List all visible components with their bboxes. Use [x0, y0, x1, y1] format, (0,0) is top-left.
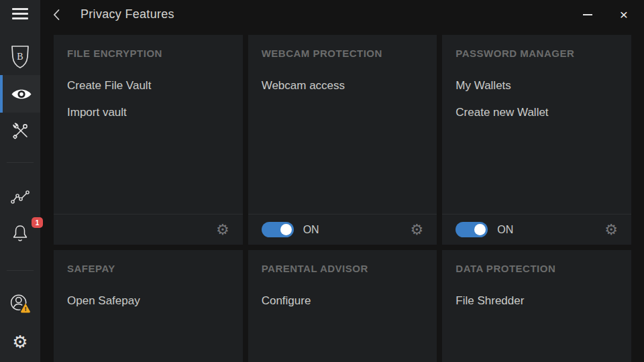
- link-file-shredder[interactable]: File Shredder: [455, 288, 618, 314]
- card-title: DATA PROTECTION: [455, 263, 618, 274]
- toggle-state-label: ON: [303, 224, 319, 236]
- title-bar: Privacy Features ×: [40, 0, 644, 31]
- card-safepay: SAFEPAY Open Safepay: [54, 250, 243, 362]
- link-open-safepay[interactable]: Open Safepay: [67, 288, 229, 314]
- sidebar: B: [0, 0, 40, 362]
- minimize-button[interactable]: [573, 0, 602, 29]
- sidebar-item-account[interactable]: !: [0, 284, 40, 322]
- minimize-icon: [583, 14, 592, 15]
- hamburger-icon: [12, 8, 28, 10]
- back-button[interactable]: [52, 9, 63, 22]
- activity-chart-icon: [11, 190, 30, 204]
- card-footer: ON ⚙: [442, 214, 631, 245]
- bell-icon: [11, 223, 30, 243]
- link-my-wallets[interactable]: My Wallets: [455, 72, 618, 99]
- gear-icon[interactable]: ⚙: [216, 223, 229, 237]
- sidebar-divider: [7, 162, 34, 163]
- sidebar-item-tools[interactable]: [0, 111, 40, 149]
- gear-icon[interactable]: ⚙: [411, 223, 424, 237]
- sidebar-item-settings[interactable]: ⚙: [0, 323, 40, 361]
- eye-icon: [11, 87, 32, 101]
- password-manager-toggle[interactable]: [455, 222, 488, 237]
- svg-text:!: !: [24, 305, 26, 312]
- card-data-protection: DATA PROTECTION File Shredder: [442, 250, 631, 362]
- card-footer: ON ⚙: [248, 214, 437, 245]
- sidebar-item-notifications[interactable]: 1: [0, 216, 40, 253]
- card-title: FILE ENCRYPTION: [67, 48, 229, 59]
- link-import-vault[interactable]: Import vault: [67, 99, 229, 126]
- toggle-knob: [280, 224, 292, 235]
- card-title: SAFEPAY: [67, 263, 229, 274]
- tools-icon: [11, 121, 30, 139]
- page-title: Privacy Features: [80, 7, 174, 21]
- card-title: PARENTAL ADVISOR: [262, 263, 424, 274]
- card-file-encryption: FILE ENCRYPTION Create File Vault Import…: [54, 35, 243, 245]
- link-create-new-wallet[interactable]: Create new Wallet: [455, 99, 618, 126]
- sidebar-divider: [7, 270, 34, 271]
- sidebar-item-privacy[interactable]: [0, 75, 40, 113]
- toggle-state-label: ON: [497, 224, 513, 236]
- card-footer: ⚙: [54, 214, 243, 245]
- toggle-knob: [474, 224, 486, 235]
- webcam-protection-toggle[interactable]: [262, 222, 294, 237]
- card-webcam-protection: WEBCAM PROTECTION Webcam access ON ⚙: [248, 35, 437, 245]
- bitdefender-logo: B: [0, 43, 40, 71]
- gear-icon: ⚙: [12, 333, 28, 351]
- card-title: WEBCAM PROTECTION: [262, 48, 424, 59]
- svg-text:B: B: [17, 52, 23, 62]
- link-configure[interactable]: Configure: [262, 288, 424, 314]
- account-warning-icon: !: [9, 292, 32, 314]
- card-title: PASSWORD MANAGER: [455, 48, 618, 59]
- menu-button[interactable]: [12, 8, 28, 20]
- sidebar-item-activity[interactable]: [0, 178, 40, 216]
- card-parental-advisor: PARENTAL ADVISOR Configure: [248, 250, 437, 362]
- close-button[interactable]: ×: [609, 0, 639, 29]
- notification-badge: 1: [32, 217, 43, 228]
- shield-icon: B: [9, 44, 31, 70]
- privacy-cards-grid: FILE ENCRYPTION Create File Vault Import…: [54, 35, 631, 362]
- chevron-left-icon: [52, 9, 60, 21]
- gear-icon[interactable]: ⚙: [604, 223, 618, 237]
- link-create-file-vault[interactable]: Create File Vault: [67, 72, 229, 99]
- card-password-manager: PASSWORD MANAGER My Wallets Create new W…: [442, 35, 631, 245]
- link-webcam-access[interactable]: Webcam access: [262, 72, 424, 99]
